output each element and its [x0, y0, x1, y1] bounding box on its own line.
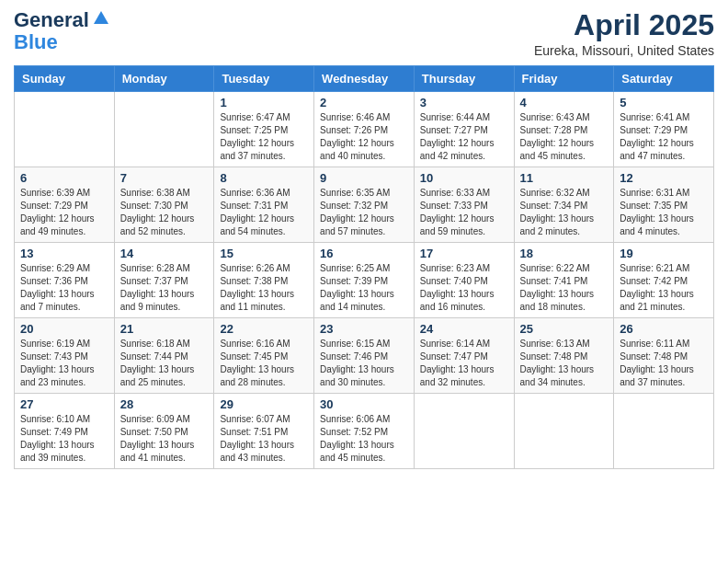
day-info: Sunrise: 6:26 AM Sunset: 7:38 PM Dayligh… — [220, 262, 308, 314]
calendar-cell: 27Sunrise: 6:10 AM Sunset: 7:49 PM Dayli… — [15, 394, 115, 469]
day-number: 4 — [520, 96, 609, 109]
col-header-saturday: Saturday — [614, 66, 714, 92]
day-number: 9 — [320, 171, 408, 185]
calendar-cell — [15, 92, 115, 167]
day-number: 13 — [20, 247, 108, 260]
calendar-week-row: 13Sunrise: 6:29 AM Sunset: 7:36 PM Dayli… — [15, 243, 714, 318]
day-info: Sunrise: 6:38 AM Sunset: 7:30 PM Dayligh… — [120, 187, 209, 238]
logo-text-blue: Blue — [14, 30, 58, 53]
day-info: Sunrise: 6:11 AM Sunset: 7:48 PM Dayligh… — [620, 338, 708, 389]
calendar-week-row: 27Sunrise: 6:10 AM Sunset: 7:49 PM Dayli… — [15, 394, 714, 469]
day-info: Sunrise: 6:36 AM Sunset: 7:31 PM Dayligh… — [220, 187, 308, 238]
day-number: 16 — [320, 247, 408, 260]
day-info: Sunrise: 6:29 AM Sunset: 7:36 PM Dayligh… — [20, 262, 108, 314]
day-number: 5 — [620, 96, 708, 109]
calendar-cell: 3Sunrise: 6:44 AM Sunset: 7:27 PM Daylig… — [414, 92, 514, 167]
day-number: 11 — [520, 171, 609, 185]
day-info: Sunrise: 6:18 AM Sunset: 7:44 PM Dayligh… — [120, 338, 209, 389]
calendar-week-row: 1Sunrise: 6:47 AM Sunset: 7:25 PM Daylig… — [15, 92, 714, 167]
logo-triangle-icon — [93, 9, 109, 26]
day-number: 23 — [320, 322, 408, 336]
page: General Blue April 2025 Eureka, Missouri… — [0, 0, 728, 563]
day-info: Sunrise: 6:23 AM Sunset: 7:40 PM Dayligh… — [420, 262, 508, 314]
calendar-cell: 21Sunrise: 6:18 AM Sunset: 7:44 PM Dayli… — [114, 318, 214, 394]
day-info: Sunrise: 6:13 AM Sunset: 7:48 PM Dayligh… — [520, 338, 609, 389]
day-info: Sunrise: 6:06 AM Sunset: 7:52 PM Dayligh… — [320, 413, 408, 465]
day-number: 26 — [620, 322, 708, 336]
day-number: 20 — [20, 322, 108, 336]
day-info: Sunrise: 6:25 AM Sunset: 7:39 PM Dayligh… — [320, 262, 408, 314]
day-number: 27 — [20, 397, 108, 411]
calendar-cell: 2Sunrise: 6:46 AM Sunset: 7:26 PM Daylig… — [314, 92, 415, 167]
calendar-week-row: 6Sunrise: 6:39 AM Sunset: 7:29 PM Daylig… — [15, 167, 714, 243]
col-header-thursday: Thursday — [414, 66, 514, 92]
day-number: 7 — [120, 171, 209, 185]
day-info: Sunrise: 6:43 AM Sunset: 7:28 PM Dayligh… — [520, 111, 609, 163]
calendar-cell — [514, 394, 614, 469]
month-title: April 2025 — [534, 9, 714, 41]
day-info: Sunrise: 6:47 AM Sunset: 7:25 PM Dayligh… — [220, 111, 308, 163]
calendar-cell: 16Sunrise: 6:25 AM Sunset: 7:39 PM Dayli… — [314, 243, 415, 318]
col-header-sunday: Sunday — [15, 66, 115, 92]
calendar-cell: 4Sunrise: 6:43 AM Sunset: 7:28 PM Daylig… — [514, 92, 614, 167]
calendar-cell: 5Sunrise: 6:41 AM Sunset: 7:29 PM Daylig… — [614, 92, 714, 167]
calendar-cell: 23Sunrise: 6:15 AM Sunset: 7:46 PM Dayli… — [314, 318, 415, 394]
day-number: 10 — [420, 171, 508, 185]
day-number: 17 — [420, 247, 508, 260]
day-number: 24 — [420, 322, 508, 336]
calendar-cell: 11Sunrise: 6:32 AM Sunset: 7:34 PM Dayli… — [514, 167, 614, 243]
day-info: Sunrise: 6:32 AM Sunset: 7:34 PM Dayligh… — [520, 187, 609, 238]
calendar-cell: 7Sunrise: 6:38 AM Sunset: 7:30 PM Daylig… — [114, 167, 214, 243]
calendar-cell: 26Sunrise: 6:11 AM Sunset: 7:48 PM Dayli… — [614, 318, 714, 394]
day-number: 12 — [620, 171, 708, 185]
day-number: 6 — [20, 171, 108, 185]
calendar-cell: 22Sunrise: 6:16 AM Sunset: 7:45 PM Dayli… — [214, 318, 314, 394]
calendar-cell: 25Sunrise: 6:13 AM Sunset: 7:48 PM Dayli… — [514, 318, 614, 394]
calendar-cell: 8Sunrise: 6:36 AM Sunset: 7:31 PM Daylig… — [214, 167, 314, 243]
day-number: 25 — [520, 322, 609, 336]
calendar-cell: 12Sunrise: 6:31 AM Sunset: 7:35 PM Dayli… — [614, 167, 714, 243]
day-info: Sunrise: 6:39 AM Sunset: 7:29 PM Dayligh… — [20, 187, 108, 238]
calendar-week-row: 20Sunrise: 6:19 AM Sunset: 7:43 PM Dayli… — [15, 318, 714, 394]
logo: General Blue — [14, 9, 109, 53]
calendar-cell: 17Sunrise: 6:23 AM Sunset: 7:40 PM Dayli… — [414, 243, 514, 318]
calendar-cell: 24Sunrise: 6:14 AM Sunset: 7:47 PM Dayli… — [414, 318, 514, 394]
calendar-cell — [414, 394, 514, 469]
calendar-cell — [114, 92, 214, 167]
calendar-cell — [614, 394, 714, 469]
calendar-cell: 29Sunrise: 6:07 AM Sunset: 7:51 PM Dayli… — [214, 394, 314, 469]
calendar-cell: 19Sunrise: 6:21 AM Sunset: 7:42 PM Dayli… — [614, 243, 714, 318]
calendar-cell: 10Sunrise: 6:33 AM Sunset: 7:33 PM Dayli… — [414, 167, 514, 243]
calendar-cell: 20Sunrise: 6:19 AM Sunset: 7:43 PM Dayli… — [15, 318, 115, 394]
logo-text-general: General — [14, 9, 89, 31]
day-number: 2 — [320, 96, 408, 109]
calendar-cell: 14Sunrise: 6:28 AM Sunset: 7:37 PM Dayli… — [114, 243, 214, 318]
day-info: Sunrise: 6:10 AM Sunset: 7:49 PM Dayligh… — [20, 413, 108, 465]
day-info: Sunrise: 6:16 AM Sunset: 7:45 PM Dayligh… — [220, 338, 308, 389]
day-info: Sunrise: 6:19 AM Sunset: 7:43 PM Dayligh… — [20, 338, 108, 389]
day-number: 21 — [120, 322, 209, 336]
day-info: Sunrise: 6:28 AM Sunset: 7:37 PM Dayligh… — [120, 262, 209, 314]
day-info: Sunrise: 6:07 AM Sunset: 7:51 PM Dayligh… — [220, 413, 308, 465]
day-info: Sunrise: 6:22 AM Sunset: 7:41 PM Dayligh… — [520, 262, 609, 314]
day-number: 8 — [220, 171, 308, 185]
col-header-wednesday: Wednesday — [314, 66, 415, 92]
calendar-cell: 28Sunrise: 6:09 AM Sunset: 7:50 PM Dayli… — [114, 394, 214, 469]
day-info: Sunrise: 6:35 AM Sunset: 7:32 PM Dayligh… — [320, 187, 408, 238]
location: Eureka, Missouri, United States — [534, 43, 714, 58]
day-info: Sunrise: 6:09 AM Sunset: 7:50 PM Dayligh… — [120, 413, 209, 465]
day-number: 22 — [220, 322, 308, 336]
header: General Blue April 2025 Eureka, Missouri… — [14, 9, 714, 58]
day-number: 28 — [120, 397, 209, 411]
calendar-table: SundayMondayTuesdayWednesdayThursdayFrid… — [14, 65, 714, 469]
calendar-cell: 30Sunrise: 6:06 AM Sunset: 7:52 PM Dayli… — [314, 394, 415, 469]
day-number: 15 — [220, 247, 308, 260]
col-header-monday: Monday — [114, 66, 214, 92]
day-info: Sunrise: 6:46 AM Sunset: 7:26 PM Dayligh… — [320, 111, 408, 163]
calendar-cell: 13Sunrise: 6:29 AM Sunset: 7:36 PM Dayli… — [15, 243, 115, 318]
calendar-cell: 6Sunrise: 6:39 AM Sunset: 7:29 PM Daylig… — [15, 167, 115, 243]
day-number: 3 — [420, 96, 508, 109]
day-number: 18 — [520, 247, 609, 260]
col-header-tuesday: Tuesday — [214, 66, 314, 92]
day-info: Sunrise: 6:21 AM Sunset: 7:42 PM Dayligh… — [620, 262, 708, 314]
